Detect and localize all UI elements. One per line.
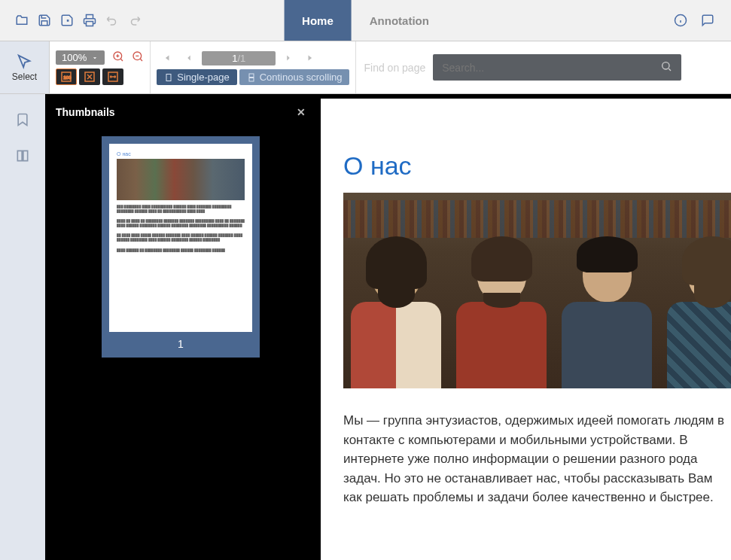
undo-icon[interactable] (104, 12, 120, 29)
fit-actual-button[interactable]: 100 (56, 68, 77, 85)
search-box[interactable] (433, 54, 681, 81)
svg-text:100: 100 (63, 75, 72, 80)
thumbnails-panel: Thumbnails ✕ О нас ███ ████████ ████ ███… (45, 94, 316, 560)
open-folder-icon[interactable] (14, 12, 30, 29)
save-icon[interactable] (36, 12, 53, 29)
next-page-button[interactable] (279, 50, 298, 66)
single-page-button[interactable]: Single-page (157, 69, 236, 85)
page-title: О нас (343, 151, 731, 181)
thumbnail-page-1[interactable]: О нас ███ ████████ ████ ██████████ █████… (102, 136, 260, 358)
redo-icon[interactable] (126, 12, 143, 29)
first-page-button[interactable] (157, 50, 176, 66)
find-label: Find on page (364, 62, 425, 74)
select-tool[interactable]: Select (0, 41, 50, 93)
search-input[interactable] (442, 62, 660, 74)
prev-page-button[interactable] (179, 50, 199, 66)
continuous-scroll-button[interactable]: Continous scrolling (239, 69, 350, 85)
document-view[interactable]: О нас Мы — группа энтузиастов, одержимых… (316, 94, 731, 560)
svg-rect-10 (249, 78, 254, 81)
save-as-icon[interactable] (59, 12, 75, 29)
tab-annotation[interactable]: Annotation (352, 0, 447, 41)
feedback-icon[interactable] (699, 12, 716, 29)
thumbnail-number: 1 (109, 338, 252, 350)
bookmark-icon[interactable] (15, 112, 30, 130)
last-page-button[interactable] (301, 50, 321, 66)
info-icon[interactable] (672, 12, 689, 29)
svg-rect-9 (249, 74, 254, 78)
fit-page-button[interactable] (79, 68, 100, 85)
zoom-dropdown[interactable]: 100% (56, 50, 105, 65)
document-page: О нас Мы — группа энтузиастов, одержимых… (321, 99, 731, 560)
fit-width-button[interactable] (102, 68, 123, 85)
zoom-in-icon[interactable] (112, 50, 124, 65)
thumbnail-image (117, 159, 245, 200)
select-label: Select (12, 72, 37, 82)
document-paragraph: Мы — группа энтузиастов, одержимых идеей… (343, 411, 731, 507)
thumbnails-icon[interactable] (15, 148, 30, 166)
print-icon[interactable] (81, 12, 98, 29)
svg-rect-8 (166, 74, 171, 81)
close-icon[interactable]: ✕ (297, 106, 306, 118)
svg-point-11 (662, 62, 669, 69)
search-icon[interactable] (660, 60, 672, 75)
tab-home[interactable]: Home (284, 0, 352, 41)
svg-rect-0 (87, 22, 93, 26)
document-image (343, 193, 731, 388)
thumbnails-title: Thumbnails (56, 106, 115, 118)
page-indicator[interactable]: 1/1 (202, 51, 276, 65)
zoom-out-icon[interactable] (132, 50, 144, 65)
